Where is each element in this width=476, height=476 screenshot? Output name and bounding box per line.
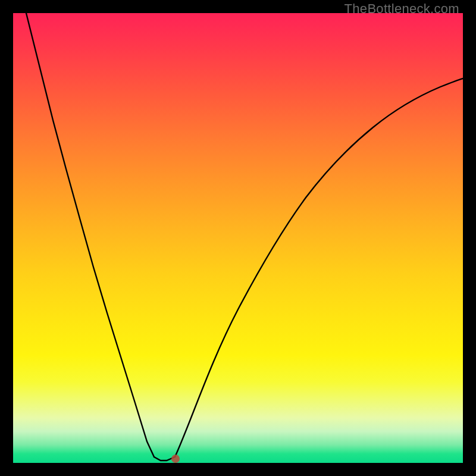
curve-left-branch [26, 13, 154, 457]
curve-right-branch [175, 79, 463, 457]
chart-svg [13, 13, 463, 463]
chart-area [13, 13, 463, 463]
watermark-text: TheBottleneck.com [345, 1, 459, 17]
minimum-marker [171, 455, 180, 463]
